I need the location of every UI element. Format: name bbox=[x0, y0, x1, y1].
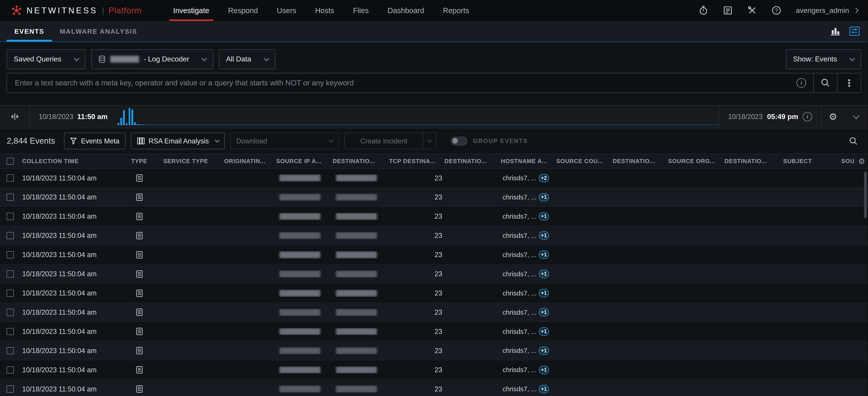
column-header-originatin[interactable]: ORIGINATIN... bbox=[224, 158, 276, 164]
column-header-service-type[interactable]: SERVICE TYPE bbox=[163, 158, 224, 164]
start-date: 10/18/2023 bbox=[39, 113, 73, 121]
row-checkbox[interactable] bbox=[6, 328, 14, 335]
event-row[interactable]: 10/18/2023 11:50:04 am 23chrisds7, ...+1 bbox=[0, 284, 868, 303]
tab-malware-analysis[interactable]: MALWARE ANALYSIS bbox=[52, 21, 145, 41]
cell-hostname-a: chrisds7, ...+1 bbox=[501, 308, 556, 317]
nav-hosts[interactable]: Hosts bbox=[306, 0, 344, 21]
info-icon[interactable]: i bbox=[803, 112, 812, 122]
row-checkbox[interactable] bbox=[6, 290, 14, 297]
settings-view-icon[interactable] bbox=[849, 26, 860, 36]
tools-icon[interactable] bbox=[747, 5, 757, 15]
timeline-resize-handle-icon[interactable] bbox=[0, 105, 30, 128]
vertical-scrollbar[interactable] bbox=[864, 171, 867, 219]
hostname-more-badge[interactable]: +1 bbox=[539, 308, 549, 317]
select-all-checkbox[interactable] bbox=[6, 158, 14, 165]
column-header-destinatio[interactable]: DESTINATIO... bbox=[613, 158, 668, 164]
service-dropdown[interactable]: - Log Decoder bbox=[91, 49, 213, 69]
row-checkbox[interactable] bbox=[6, 270, 14, 277]
column-header-hostname-a[interactable]: HOSTNAME A... bbox=[501, 158, 556, 164]
view-toggles bbox=[830, 26, 868, 36]
group-events-toggle[interactable] bbox=[451, 137, 467, 145]
timeline-histogram-bar bbox=[143, 125, 144, 125]
row-checkbox[interactable] bbox=[6, 232, 14, 239]
hostname-more-badge[interactable]: +1 bbox=[539, 346, 549, 355]
search-icon[interactable] bbox=[814, 73, 837, 92]
nav-dashboard[interactable]: Dashboard bbox=[378, 0, 434, 21]
hostname-more-badge[interactable]: +2 bbox=[539, 174, 549, 182]
column-group-dropdown[interactable]: RSA Email Analysis bbox=[131, 133, 225, 149]
column-header-destinatio[interactable]: DESTINATIO... bbox=[444, 158, 501, 164]
row-checkbox[interactable] bbox=[6, 309, 14, 316]
row-checkbox[interactable] bbox=[6, 213, 14, 220]
column-header-tcp-destina[interactable]: TCP DESTINA... bbox=[389, 158, 444, 164]
event-row[interactable]: 10/18/2023 11:50:04 am 23chrisds7, ...+1 bbox=[0, 341, 868, 361]
event-row[interactable]: 10/18/2023 11:50:04 am 23chrisds7, ...+1 bbox=[0, 226, 868, 245]
nav-users[interactable]: Users bbox=[268, 0, 306, 21]
nav-files[interactable]: Files bbox=[344, 0, 378, 21]
saved-queries-dropdown[interactable]: Saved Queries bbox=[6, 49, 86, 69]
timer-icon[interactable] bbox=[699, 5, 708, 15]
cell-hostname-a: chrisds7, ...+1 bbox=[501, 366, 556, 374]
row-checkbox[interactable] bbox=[6, 347, 14, 355]
event-row[interactable]: 10/18/2023 11:50:04 am 23chrisds7, ...+1 bbox=[0, 361, 868, 380]
row-checkbox[interactable] bbox=[6, 174, 14, 182]
row-checkbox[interactable] bbox=[6, 194, 14, 201]
hostname-more-badge[interactable]: +1 bbox=[539, 193, 549, 201]
event-row[interactable]: 10/18/2023 11:50:04 am 23chrisds7, ...+1 bbox=[0, 303, 868, 322]
event-row[interactable]: 10/18/2023 11:50:04 am 23chrisds7, ...+1 bbox=[0, 265, 868, 284]
query-search-input[interactable] bbox=[7, 73, 797, 92]
kebab-menu-icon[interactable]: ⋮ bbox=[837, 73, 861, 92]
gear-icon[interactable]: ⚙ bbox=[822, 105, 845, 128]
nav-investigate[interactable]: Investigate bbox=[164, 0, 219, 21]
hostname-more-badge[interactable]: +1 bbox=[539, 270, 549, 278]
hostname-more-badge[interactable]: +1 bbox=[539, 385, 549, 393]
tab-events[interactable]: EVENTS bbox=[6, 21, 52, 41]
hostname-more-badge[interactable]: +1 bbox=[539, 212, 549, 221]
column-header-type[interactable]: TYPE bbox=[131, 158, 163, 164]
event-row[interactable]: 10/18/2023 11:50:04 am 23chrisds7, ...+1 bbox=[0, 322, 868, 341]
events-table-body: 10/18/2023 11:50:04 am 23chrisds7, ...+2… bbox=[0, 169, 868, 396]
chevron-right-icon bbox=[853, 8, 859, 13]
create-incident-button[interactable]: Create Incident bbox=[344, 133, 423, 149]
event-row[interactable]: 10/18/2023 11:50:04 am 23chrisds7, ...+1 bbox=[0, 207, 868, 226]
show-events-dropdown[interactable]: Show: Events bbox=[786, 49, 861, 69]
table-search-icon[interactable] bbox=[849, 137, 858, 145]
row-checkbox[interactable] bbox=[6, 385, 14, 393]
event-row[interactable]: 10/18/2023 11:50:04 am 23chrisds7, ...+1 bbox=[0, 380, 868, 396]
brand-logo[interactable]: NETWITNESS | Platform bbox=[11, 5, 142, 16]
event-row[interactable]: 10/18/2023 11:50:04 am 23chrisds7, ...+1 bbox=[0, 188, 868, 207]
row-checkbox[interactable] bbox=[6, 366, 14, 374]
column-settings-gear-icon[interactable]: ⚙ bbox=[855, 154, 865, 168]
column-header-source-cou[interactable]: SOURCE COU... bbox=[556, 158, 613, 164]
column-header-source-ip-a[interactable]: SOURCE IP A... bbox=[276, 158, 333, 164]
user-menu[interactable]: avengers_admin bbox=[796, 6, 858, 15]
column-header-source-org[interactable]: SOURCE ORG... bbox=[668, 158, 725, 164]
cell-tcp-destina: 23 bbox=[389, 212, 444, 220]
event-row[interactable]: 10/18/2023 11:50:04 am 23chrisds7, ...+1 bbox=[0, 245, 868, 265]
download-dropdown[interactable]: Download bbox=[230, 133, 339, 149]
event-row[interactable]: 10/18/2023 11:50:04 am 23chrisds7, ...+2 bbox=[0, 169, 868, 188]
hostname-more-badge[interactable]: +1 bbox=[539, 251, 549, 259]
events-meta-label: Events Meta bbox=[81, 137, 119, 145]
help-icon[interactable]: ? bbox=[771, 5, 781, 15]
timeline-histogram[interactable] bbox=[117, 105, 719, 128]
cell-collection-time: 10/18/2023 11:50:04 am bbox=[22, 328, 131, 335]
column-header-collection-time[interactable]: COLLECTION TIME bbox=[22, 158, 131, 164]
hostname-more-badge[interactable]: +1 bbox=[539, 366, 549, 374]
events-meta-button[interactable]: Events Meta bbox=[64, 133, 125, 149]
time-range-dropdown[interactable]: All Data bbox=[219, 49, 275, 69]
column-header-destinatio[interactable]: DESTINATIO... bbox=[724, 158, 783, 164]
row-checkbox[interactable] bbox=[6, 251, 14, 258]
collapse-timeline-icon[interactable] bbox=[845, 105, 868, 128]
chart-view-icon[interactable] bbox=[830, 27, 841, 36]
hostname-more-badge[interactable]: +1 bbox=[539, 289, 549, 297]
column-header-subject[interactable]: SUBJECT bbox=[783, 158, 841, 164]
nav-reports[interactable]: Reports bbox=[433, 0, 478, 21]
create-incident-menu-button[interactable] bbox=[423, 133, 437, 149]
jobs-icon[interactable] bbox=[723, 5, 733, 15]
hostname-more-badge[interactable]: +1 bbox=[539, 327, 549, 336]
info-icon[interactable]: i bbox=[797, 78, 806, 88]
column-header-destinatio[interactable]: DESTINATIO... bbox=[333, 158, 389, 164]
nav-respond[interactable]: Respond bbox=[219, 0, 267, 21]
hostname-more-badge[interactable]: +1 bbox=[539, 231, 549, 240]
